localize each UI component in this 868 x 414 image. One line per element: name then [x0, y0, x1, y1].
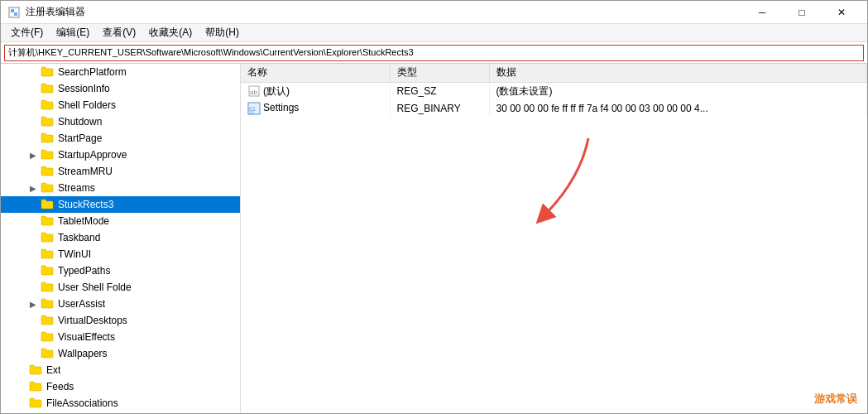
- main-area: SearchPlatform SessionInfo Shell Folders…: [1, 64, 867, 413]
- tree-expander[interactable]: ▶: [27, 149, 39, 161]
- tree-item-label: StreamMRU: [58, 166, 113, 177]
- close-button[interactable]: ✕: [822, 1, 861, 24]
- tree-item-label: Feeds: [46, 381, 74, 392]
- tree-expander[interactable]: [27, 215, 39, 227]
- tree-item[interactable]: Ext: [1, 362, 240, 378]
- cell-data: 30 00 00 00 fe ff ff ff 7a f4 00 00 03 0…: [489, 100, 867, 117]
- window-controls: ─ □ ✕: [743, 1, 861, 24]
- folder-icon: [39, 81, 55, 97]
- cell-name: 0110Settings: [241, 100, 390, 117]
- menu-edit[interactable]: 编辑(E): [50, 24, 96, 41]
- folder-icon: [39, 114, 55, 130]
- window-title: 注册表编辑器: [26, 5, 743, 19]
- tree-item[interactable]: FileAssociations: [1, 395, 240, 412]
- folder-icon: [39, 164, 55, 180]
- tree-expander[interactable]: [27, 132, 39, 144]
- minimize-button[interactable]: ─: [743, 1, 781, 24]
- tree-item-label: FileAssociations: [46, 397, 118, 409]
- tree-item[interactable]: VisualEffects: [1, 329, 240, 345]
- tree-item[interactable]: Taskband: [1, 229, 240, 246]
- folder-icon: [39, 65, 55, 80]
- tree-item[interactable]: StartPage: [1, 130, 240, 147]
- menu-view[interactable]: 查看(V): [96, 24, 142, 41]
- tree-item[interactable]: Wallpapers: [1, 345, 240, 362]
- tree-expander[interactable]: [27, 348, 39, 359]
- folder-icon: [39, 181, 55, 196]
- tree-expander[interactable]: [27, 248, 39, 260]
- menu-help[interactable]: 帮助(H): [199, 24, 246, 41]
- tree-expander[interactable]: [27, 199, 39, 210]
- tree-expander[interactable]: [27, 66, 39, 78]
- folder-icon: [39, 214, 55, 229]
- tree-item-label: StuckRects3: [58, 199, 113, 210]
- menu-bar: 文件(F) 编辑(E) 查看(V) 收藏夹(A) 帮助(H): [1, 24, 867, 42]
- tree-item[interactable]: VirtualDesktops: [1, 312, 240, 329]
- tree-expander[interactable]: [27, 232, 39, 243]
- arrow-annotation: [506, 130, 613, 240]
- tree-item-label: Ext: [46, 364, 60, 376]
- tree-expander[interactable]: ▶: [27, 298, 39, 310]
- tree-item-label: VisualEffects: [58, 331, 115, 343]
- folder-icon: [39, 197, 55, 213]
- tree-pane[interactable]: SearchPlatform SessionInfo Shell Folders…: [1, 64, 241, 413]
- menu-file[interactable]: 文件(F): [4, 24, 50, 41]
- table-row[interactable]: ab(默认)REG_SZ(数值未设置): [241, 82, 867, 100]
- tree-item[interactable]: Shell Folders: [1, 97, 240, 113]
- tree-item-label: TabletMode: [58, 215, 109, 227]
- table-row[interactable]: 0110SettingsREG_BINARY30 00 00 00 fe ff …: [241, 100, 867, 117]
- tree-item[interactable]: SessionInfo: [1, 80, 240, 97]
- col-name[interactable]: 名称: [241, 64, 390, 82]
- tree-expander[interactable]: [27, 265, 39, 277]
- tree-expander[interactable]: [16, 397, 27, 409]
- svg-rect-2: [14, 12, 17, 16]
- tree-item[interactable]: Shutdown: [1, 113, 240, 130]
- tree-item[interactable]: Feeds: [1, 378, 240, 395]
- col-data[interactable]: 数据: [489, 64, 867, 82]
- tree-expander[interactable]: [27, 282, 39, 293]
- tree-expander[interactable]: ▶: [27, 182, 39, 194]
- tree-item[interactable]: FileHistory: [1, 412, 240, 413]
- tree-item[interactable]: ▶ StartupApprove: [1, 147, 240, 163]
- cell-type: REG_SZ: [390, 82, 489, 100]
- tree-item[interactable]: ▶ UserAssist: [1, 296, 240, 312]
- default-value-icon: ab: [247, 85, 263, 97]
- tree-item-label: Taskband: [58, 232, 100, 243]
- folder-icon: [39, 247, 55, 262]
- tree-expander[interactable]: [27, 331, 39, 343]
- tree-item[interactable]: StreamMRU: [1, 163, 240, 180]
- folder-icon: [39, 263, 55, 279]
- address-bar: [1, 42, 867, 64]
- tree-item-label: Streams: [58, 182, 95, 194]
- tree-item[interactable]: TabletMode: [1, 213, 240, 229]
- folder-icon: [39, 330, 55, 345]
- tree-expander[interactable]: [27, 83, 39, 94]
- folder-icon: [27, 396, 44, 412]
- tree-expander[interactable]: [16, 381, 27, 392]
- address-input[interactable]: [4, 45, 864, 61]
- tree-expander[interactable]: [27, 166, 39, 177]
- tree-item[interactable]: StuckRects3: [1, 196, 240, 213]
- tree-item[interactable]: SearchPlatform: [1, 64, 240, 80]
- tree-item[interactable]: ▶ Streams: [1, 180, 240, 196]
- folder-icon: [27, 412, 44, 414]
- tree-item-label: Wallpapers: [58, 348, 108, 359]
- tree-expander[interactable]: [16, 364, 27, 376]
- tree-item[interactable]: TypedPaths: [1, 262, 240, 279]
- tree-item[interactable]: User Shell Folde: [1, 279, 240, 296]
- tree-expander[interactable]: [27, 116, 39, 128]
- folder-icon: [39, 147, 55, 163]
- tree-item[interactable]: TWinUI: [1, 246, 240, 262]
- tree-item-label: TWinUI: [58, 248, 91, 260]
- cell-name: ab(默认): [241, 82, 390, 100]
- tree-expander[interactable]: [27, 99, 39, 111]
- maximize-button[interactable]: □: [783, 1, 821, 24]
- registry-editor-window: 注册表编辑器 ─ □ ✕ 文件(F) 编辑(E) 查看(V) 收藏夹(A) 帮助…: [0, 0, 868, 414]
- menu-favorites[interactable]: 收藏夹(A): [142, 24, 199, 41]
- tree-item-label: Shutdown: [58, 116, 102, 128]
- tree-item-label: StartPage: [58, 132, 102, 144]
- tree-expander[interactable]: [27, 315, 39, 326]
- col-type[interactable]: 类型: [390, 64, 489, 82]
- app-icon: [7, 6, 21, 19]
- registry-table: 名称 类型 数据 ab(默认)REG_SZ(数值未设置)0110Settings…: [241, 64, 867, 117]
- cell-data: (数值未设置): [489, 82, 867, 100]
